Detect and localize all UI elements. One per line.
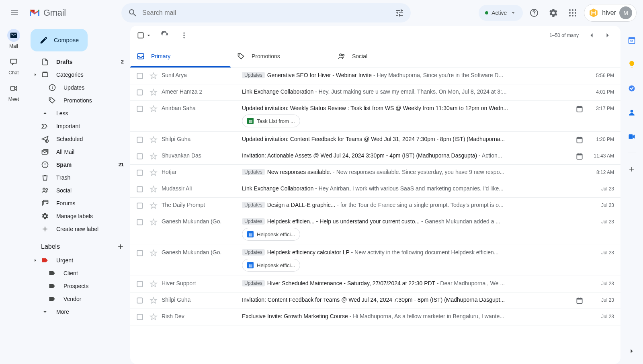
sidebar-item-manage-labels[interactable]: Manage labels: [31, 210, 130, 223]
sidebar-item-create-new-label[interactable]: Create new label: [31, 223, 130, 235]
active-status-pill[interactable]: Active: [479, 5, 523, 21]
updates-badge: Updates: [242, 169, 265, 175]
main-menu-button[interactable]: [5, 3, 24, 22]
sidebar-item-forums[interactable]: Forums: [31, 197, 130, 210]
star-button[interactable]: [149, 72, 158, 80]
email-row[interactable]: Shuvankan DasInvitation: Actionable Asse…: [130, 148, 620, 165]
sidebar-item-spam[interactable]: Spam21: [31, 158, 130, 171]
row-checkbox[interactable]: [136, 136, 144, 144]
star-button[interactable]: [149, 297, 158, 305]
tab-promotions[interactable]: Promotions: [231, 45, 331, 67]
sidebar-item-trash[interactable]: Trash: [31, 171, 130, 184]
appbar-meet[interactable]: Meet: [7, 82, 20, 102]
avatar[interactable]: M: [619, 6, 632, 19]
sidepanel-extra[interactable]: [624, 129, 640, 145]
sidebar-item-updates[interactable]: Updates: [31, 81, 130, 94]
email-subject-line: Invitation: Content Feedback for Teams @…: [242, 297, 505, 303]
sidepanel-contacts[interactable]: [624, 104, 640, 121]
row-checkbox[interactable]: [136, 185, 144, 193]
attachment-chip[interactable]: ▤Helpdesk effici...: [242, 259, 300, 272]
row-checkbox[interactable]: [136, 169, 144, 177]
label-item-more[interactable]: More: [31, 305, 130, 318]
support-button[interactable]: [526, 5, 542, 21]
label-item-client[interactable]: Client: [31, 267, 130, 280]
star-button[interactable]: [149, 280, 158, 288]
attachment-chip[interactable]: ▤Helpdesk effici...: [242, 228, 300, 241]
sidebar-item-drafts[interactable]: Drafts2: [31, 55, 130, 68]
star-button[interactable]: [149, 136, 158, 144]
email-row[interactable]: HotjarUpdatesNew responses available. - …: [130, 165, 620, 181]
email-row[interactable]: Hiver SupportUpdatesHiver Scheduled Main…: [130, 276, 620, 292]
email-row[interactable]: Ganesh Mukundan (Go.UpdatesHelpdesk effi…: [130, 214, 620, 245]
prev-page-button[interactable]: [585, 29, 598, 42]
star-button[interactable]: [149, 185, 158, 193]
email-row[interactable]: Rish DevExclusive Invite: Growth Marketi…: [130, 309, 620, 325]
row-checkbox[interactable]: [136, 313, 144, 321]
sidebar-item-scheduled[interactable]: Scheduled: [31, 133, 130, 145]
appbar-mail[interactable]: Mail: [7, 29, 20, 49]
email-row[interactable]: The Daily PromptUpdatesDesign a DALL-E g…: [130, 198, 620, 214]
email-row[interactable]: Sunil AryaUpdatesGenerative SEO for Hive…: [130, 68, 620, 84]
add-label-button[interactable]: [116, 242, 125, 252]
sidebar-item-important[interactable]: Important: [31, 120, 130, 133]
email-row[interactable]: Ganesh Mukundan (Go.UpdatesHelpdesk effi…: [130, 245, 620, 276]
apps-button[interactable]: [565, 5, 581, 21]
label-item-prospects[interactable]: Prospects: [31, 280, 130, 292]
row-checkbox[interactable]: [136, 152, 144, 160]
star-button[interactable]: [149, 249, 158, 257]
email-row[interactable]: Ameer Hamza2Link Exchange Collaboration …: [130, 84, 620, 101]
star-button[interactable]: [149, 169, 158, 177]
sidebar-item-categories[interactable]: Categories: [31, 68, 130, 81]
refresh-button[interactable]: [158, 29, 171, 42]
settings-button[interactable]: [545, 5, 561, 21]
sidepanel-calendar[interactable]: 31: [624, 32, 640, 48]
hiver-pill[interactable]: hiver M: [584, 4, 637, 22]
email-row[interactable]: Shilpi GuhaUpdated invitation: Content F…: [130, 132, 620, 148]
row-checkbox[interactable]: [136, 72, 144, 80]
row-checkbox[interactable]: [136, 280, 144, 288]
more-button[interactable]: [178, 29, 190, 42]
search-input[interactable]: [141, 9, 391, 16]
row-checkbox[interactable]: [136, 88, 144, 96]
star-button[interactable]: [149, 202, 158, 210]
sidepanel-addons[interactable]: [624, 161, 640, 177]
search-button[interactable]: [125, 5, 141, 21]
sidebar-item-social[interactable]: Social: [31, 184, 130, 197]
sidebar-item-promotions[interactable]: Promotions: [31, 94, 130, 107]
star-button[interactable]: [149, 105, 158, 113]
search-bar[interactable]: [121, 3, 411, 22]
star-button[interactable]: [149, 313, 158, 321]
appbar-chat[interactable]: Chat: [7, 55, 20, 76]
star-button[interactable]: [149, 152, 158, 160]
email-row[interactable]: Mudassir AliLink Exchange Collaboration …: [130, 181, 620, 198]
svg-rect-64: [629, 37, 635, 39]
compose-button[interactable]: Compose: [31, 29, 88, 51]
row-checkbox[interactable]: [136, 202, 144, 210]
star-button[interactable]: [149, 88, 158, 96]
row-checkbox[interactable]: [136, 249, 144, 257]
label-item-urgent[interactable]: Urgent: [31, 254, 130, 267]
label-item-text: Vendor: [63, 296, 125, 302]
email-row[interactable]: Shilpi GuhaInvitation: Content Feedback …: [130, 292, 620, 309]
row-checkbox[interactable]: [136, 218, 144, 226]
search-options-button[interactable]: [391, 5, 408, 21]
next-page-button[interactable]: [601, 29, 614, 42]
row-checkbox[interactable]: [136, 105, 144, 113]
email-row[interactable]: Anirban SahaUpdated invitation: Weekly S…: [130, 101, 620, 132]
select-all-checkbox[interactable]: [137, 31, 152, 39]
sidebar-item-label: Manage labels: [56, 213, 125, 219]
tab-social[interactable]: Social: [331, 45, 432, 67]
label-item-vendor[interactable]: Vendor: [31, 292, 130, 305]
gmail-logo[interactable]: Gmail: [26, 8, 66, 18]
star-button[interactable]: [149, 218, 158, 226]
sidepanel-tasks[interactable]: [624, 80, 640, 96]
sidepanel-keep[interactable]: [624, 56, 640, 72]
svg-rect-59: [577, 298, 582, 299]
email-sender: Rish Dev: [162, 309, 242, 319]
tab-primary[interactable]: Primary: [130, 45, 231, 67]
attachment-chip[interactable]: ▦Task List from ...: [242, 115, 300, 127]
sidepanel-expand[interactable]: [624, 343, 640, 359]
sidebar-item-less[interactable]: Less: [31, 107, 130, 120]
sidebar-item-all-mail[interactable]: All Mail: [31, 145, 130, 158]
row-checkbox[interactable]: [136, 297, 144, 305]
